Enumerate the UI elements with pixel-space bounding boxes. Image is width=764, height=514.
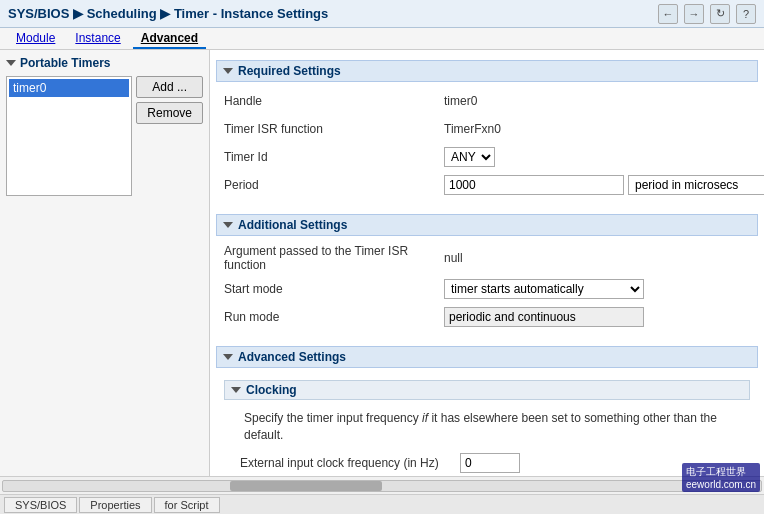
start-mode-row: Start mode timer starts automatically ti… [224, 278, 750, 300]
argument-value: null [444, 251, 463, 265]
titlebar-actions: ← → ↻ ? [658, 4, 756, 24]
ext-clock-label: External input clock frequency (in Hz) [240, 456, 460, 470]
handle-value: timer0 [444, 94, 477, 108]
statusbar-tab-sysbios[interactable]: SYS/BIOS [4, 497, 77, 513]
required-settings-content: Handle timer0 Timer ISR function TimerFx… [216, 86, 758, 210]
breadcrumb-text: SYS/BIOS ▶ Scheduling ▶ Timer - Instance… [8, 6, 328, 21]
timer-id-row: Timer Id ANY 0 1 2 [224, 146, 750, 168]
breadcrumb: SYS/BIOS ▶ Scheduling ▶ Timer - Instance… [8, 6, 328, 21]
advanced-settings-content: Clocking Specify the timer input frequen… [216, 372, 758, 476]
timer-list-container: timer0 Add ... Remove [6, 76, 203, 196]
clocking-label: Clocking [246, 383, 297, 397]
right-panel: Required Settings Handle timer0 Timer IS… [210, 50, 764, 476]
timer-item[interactable]: timer0 [9, 79, 129, 97]
timer-id-select[interactable]: ANY 0 1 2 [444, 147, 495, 167]
titlebar: SYS/BIOS ▶ Scheduling ▶ Timer - Instance… [0, 0, 764, 28]
additional-settings-content: Argument passed to the Timer ISR functio… [216, 240, 758, 342]
additional-settings-header: Additional Settings [216, 214, 758, 236]
clocking-collapse-icon[interactable] [231, 387, 241, 393]
watermark: 电子工程世界eeworld.com.cn [682, 463, 760, 492]
tab-module[interactable]: Module [8, 29, 63, 49]
forward-button[interactable]: → [684, 4, 704, 24]
timer-isr-value: TimerFxn0 [444, 122, 501, 136]
left-panel: Portable Timers timer0 Add ... Remove [0, 50, 210, 476]
scrollbar-thumb[interactable] [230, 481, 382, 491]
start-mode-select[interactable]: timer starts automatically timer starts … [444, 279, 644, 299]
advanced-settings-label: Advanced Settings [238, 350, 346, 364]
advanced-collapse-icon[interactable] [223, 354, 233, 360]
period-label: Period [224, 178, 444, 192]
clocking-description: Specify the timer input frequency if it … [240, 408, 734, 446]
desc-part1: Specify the timer input frequency [244, 411, 422, 425]
add-button[interactable]: Add ... [136, 76, 203, 98]
additional-collapse-icon[interactable] [223, 222, 233, 228]
run-mode-label: Run mode [224, 310, 444, 324]
tab-instance[interactable]: Instance [67, 29, 128, 49]
required-settings-header: Required Settings [216, 60, 758, 82]
ext-clock-input[interactable] [460, 453, 520, 473]
horizontal-scrollbar[interactable] [2, 480, 762, 492]
timer-list[interactable]: timer0 [6, 76, 132, 196]
collapse-icon[interactable] [6, 60, 16, 66]
portable-timers-label: Portable Timers [20, 56, 110, 70]
scrollbar-area [0, 476, 764, 494]
period-controls: period in microsecs period in millisecs … [444, 175, 764, 195]
run-mode-row: Run mode [224, 306, 750, 328]
portable-timers-header: Portable Timers [6, 56, 203, 70]
argument-row: Argument passed to the Timer ISR functio… [224, 244, 750, 272]
timer-isr-row: Timer ISR function TimerFxn0 [224, 118, 750, 140]
argument-label: Argument passed to the Timer ISR functio… [224, 244, 444, 272]
list-buttons: Add ... Remove [136, 76, 203, 196]
period-unit-select[interactable]: period in microsecs period in millisecs … [628, 175, 764, 195]
statusbar-tab-properties[interactable]: Properties [79, 497, 151, 513]
desc-line2: default. [244, 428, 283, 442]
start-mode-label: Start mode [224, 282, 444, 296]
period-input[interactable] [444, 175, 624, 195]
tab-advanced[interactable]: Advanced [133, 29, 206, 49]
additional-settings-label: Additional Settings [238, 218, 347, 232]
timer-id-label: Timer Id [224, 150, 444, 164]
tab-bar: Module Instance Advanced [0, 28, 764, 50]
back-button[interactable]: ← [658, 4, 678, 24]
clocking-content: Specify the timer input frequency if it … [224, 404, 750, 476]
main-content: Portable Timers timer0 Add ... Remove Re… [0, 50, 764, 476]
period-row: Period period in microsecs period in mil… [224, 174, 750, 196]
advanced-settings-header: Advanced Settings [216, 346, 758, 368]
refresh-button[interactable]: ↻ [710, 4, 730, 24]
required-collapse-icon[interactable] [223, 68, 233, 74]
desc-part2: it has elsewhere been set to something o… [428, 411, 717, 425]
timer-isr-label: Timer ISR function [224, 122, 444, 136]
statusbar-tab-script[interactable]: for Script [154, 497, 220, 513]
run-mode-value [444, 307, 644, 327]
handle-row: Handle timer0 [224, 90, 750, 112]
handle-label: Handle [224, 94, 444, 108]
help-button[interactable]: ? [736, 4, 756, 24]
statusbar: SYS/BIOS Properties for Script [0, 494, 764, 514]
remove-button[interactable]: Remove [136, 102, 203, 124]
ext-clock-row: External input clock frequency (in Hz) [240, 452, 734, 474]
clocking-header: Clocking [224, 380, 750, 400]
required-settings-label: Required Settings [238, 64, 341, 78]
